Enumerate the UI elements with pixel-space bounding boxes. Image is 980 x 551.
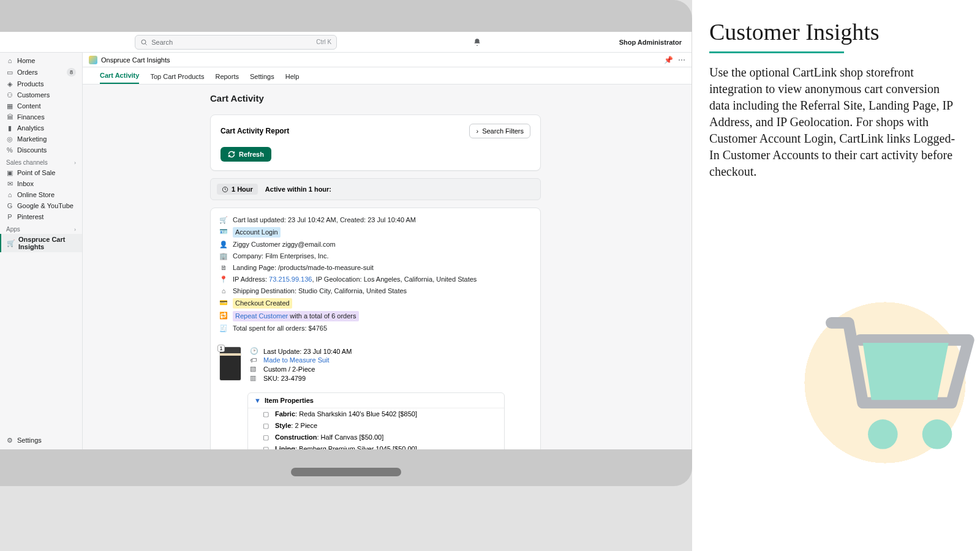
tab-help[interactable]: Help [285,69,300,84]
product-name[interactable]: 🏷Made to Measure Suit [250,356,532,364]
receipt-icon: 🧾 [219,324,228,332]
content-icon: ▦ [6,102,13,110]
pin-icon[interactable]: 📌 [664,56,673,64]
tab-reports[interactable]: Reports [215,69,239,84]
report-title: Cart Activity Report [221,127,289,135]
person-icon: 👤 [219,240,228,249]
search-filters-button[interactable]: › Search Filters [469,124,530,138]
tag-icon: 🏷 [250,356,258,364]
app-title: Onspruce Cart Insights [101,56,170,64]
chevron-right-icon: › [476,127,478,135]
sidebar-channel-inbox[interactable]: ✉Inbox [0,178,82,189]
row-company: 🏢Company: Film Enterprises, Inc. [219,250,532,262]
sidebar-item-marketing[interactable]: ◎Marketing [0,133,82,144]
prop-row: ▢Fabric: Reda Sharkskin 140's Blue 5402 … [248,408,504,420]
pos-icon: ▣ [6,169,13,176]
google-icon: G [6,202,13,209]
cart-icon: 🛒 [219,216,228,224]
tab-cart-activity[interactable]: Cart Activity [100,68,139,84]
search-icon [140,39,148,46]
sidebar-item-orders[interactable]: ▭Orders8 [0,66,82,78]
item-properties: ▼Item Properties ▢Fabric: Reda Sharkskin… [247,392,505,449]
home-icon: ⌂ [219,287,228,295]
sidebar-channel-pos[interactable]: ▣Point of Sale [0,167,82,178]
chevron-right-icon[interactable]: › [74,227,76,233]
tag-icon: ◈ [6,80,13,88]
marketing-title: Customer Insights [709,18,958,53]
device-bezel-bottom [0,449,692,486]
app-titlebar: Onspruce Cart Insights 📌 ⋯ [83,53,692,67]
row-checkout: 💳Checkout Created [219,297,532,310]
prop-row: ▢Style: 2 Piece [248,420,504,432]
orders-badge: 8 [67,68,76,77]
row-landing: 🗎Landing Page: /products/made-to-measure… [219,262,532,274]
sidebar: ⌂Home ▭Orders8 ◈Products ⚇Customers ▦Con… [0,53,83,449]
refresh-button[interactable]: Refresh [221,147,271,162]
refresh-icon [228,151,235,158]
notifications-icon[interactable] [473,38,481,47]
sidebar-item-products[interactable]: ◈Products [0,78,82,89]
analytics-icon: ▮ [6,124,13,132]
id-icon: 🪪 [219,227,228,236]
row-customer: 👤Ziggy Customer ziggy@email.com [219,239,532,250]
gear-icon: ⚙ [6,437,13,444]
marketing-cart-illustration [790,288,980,478]
topbar: Search Ctrl K Shop Administrator [0,32,692,53]
tab-settings[interactable]: Settings [250,69,274,84]
row-shipping: ⌂Shipping Destination: Studio City, Cali… [219,285,532,297]
chevron-right-icon[interactable]: › [74,160,76,166]
sidebar-channel-online[interactable]: ⌂Online Store [0,189,82,200]
marketing-body: Use the optional CartLink shop storefron… [709,64,958,180]
sidebar-item-content[interactable]: ▦Content [0,100,82,111]
time-filter-bar: 1 Hour Active within 1 hour: [210,178,541,200]
more-icon[interactable]: ⋯ [678,56,685,64]
sidebar-item-finances[interactable]: 🏛Finances [0,111,82,122]
location-icon: 📍 [219,275,228,283]
tab-top-cart-products[interactable]: Top Cart Products [150,69,204,84]
store-icon: ⌂ [6,191,13,198]
sidebar-item-home[interactable]: ⌂Home [0,55,82,66]
product-sku: ▥SKU: 23-4799 [250,373,532,383]
tab-bar: Cart Activity Top Cart Products Reports … [83,67,692,84]
sidebar-item-analytics[interactable]: ▮Analytics [0,122,82,133]
prop-row: ▢Lining: Bemberg Premium Silver 1045 [$5… [248,443,504,449]
sidebar-head-apps: Apps› [0,222,82,234]
user-label[interactable]: Shop Administrator [607,39,682,46]
sidebar-app-onspruce[interactable]: 🛒Onspruce Cart Insights [0,234,82,252]
prop-icon: ▢ [263,410,271,418]
clock-icon: 🕑 [250,347,258,355]
time-badge[interactable]: 1 Hour [217,184,258,195]
row-repeat: 🔁Repeat Customer with a total of 6 order… [219,310,532,323]
checkout-icon: 💳 [219,298,228,307]
inbox-icon: ✉ [6,180,13,187]
variant-icon: ▧ [250,365,258,373]
prop-icon: ▢ [263,422,271,430]
sidebar-channel-google[interactable]: GGoogle & YouTube [0,200,82,211]
home-icon: ⌂ [6,57,13,64]
search-kbd: Ctrl K [316,39,331,45]
shopping-cart-icon [809,300,980,471]
sidebar-head-channels: Sales channels› [0,156,82,167]
prop-row: ▢Construction: Half Canvas [$50.00] [248,432,504,443]
person-icon: ⚇ [6,91,13,99]
row-ip: 📍IP Address: 73.215.99.136, IP Geolocati… [219,274,532,285]
finances-icon: 🏛 [6,113,13,121]
sidebar-item-discounts[interactable]: %Discounts [0,144,82,156]
sidebar-settings[interactable]: ⚙Settings [0,435,82,446]
clock-icon [222,186,228,193]
ip-link[interactable]: 73.215.99.136 [269,276,312,283]
barcode-icon: ▥ [250,374,258,382]
row-updated: 🛒Cart last updated: 23 Jul 10:42 AM, Cre… [219,214,532,226]
sidebar-item-customers[interactable]: ⚇Customers [0,89,82,100]
marketing-icon: ◎ [6,135,13,143]
orders-icon: ▭ [6,69,13,76]
product-variant: ▧Custom / 2-Piece [250,364,532,373]
page-icon: 🗎 [219,263,228,272]
row-total: 🧾Total spent for all orders: $4765 [219,323,532,334]
search-input[interactable]: Search Ctrl K [135,35,337,50]
sidebar-channel-pinterest[interactable]: PPinterest [0,211,82,222]
product-last-update: 🕑Last Update: 23 Jul 10:40 AM [250,347,532,356]
device-bezel-top [0,0,692,32]
product-thumb[interactable]: 1 [219,347,241,381]
svg-point-3 [922,419,952,449]
